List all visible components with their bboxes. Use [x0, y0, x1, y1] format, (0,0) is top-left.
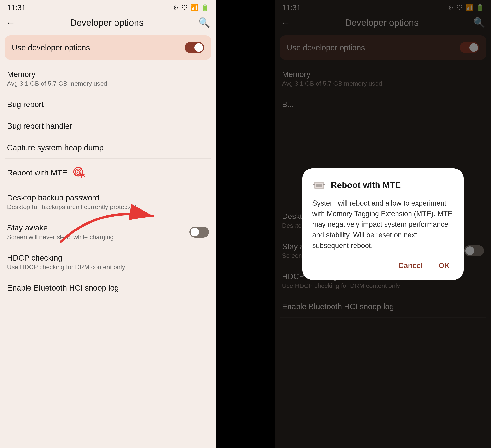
shield-status-icon: 🛡 — [181, 4, 188, 11]
left-bug-report-title: Bug report — [7, 100, 44, 109]
dialog-body: System will reboot and allow to experime… — [312, 198, 454, 251]
left-back-button[interactable]: ← — [4, 15, 17, 30]
left-stay-awake-subtitle: Screen will never sleep while charging — [7, 233, 114, 241]
panel-divider — [216, 0, 275, 448]
left-dev-options-card: Use developer options — [5, 35, 211, 60]
left-bug-report-item[interactable]: Bug report — [5, 94, 211, 115]
left-hdcp-subtitle: Use HDCP checking for DRM content only — [7, 264, 125, 271]
left-mte-title: Reboot with MTE — [7, 168, 67, 177]
left-dev-options-toggle-knob — [194, 43, 203, 52]
left-hdcp-item[interactable]: HDCP checking Use HDCP checking for DRM … — [5, 247, 211, 277]
svg-rect-7 — [316, 184, 322, 187]
left-dev-options-toggle[interactable] — [185, 42, 204, 53]
left-stay-awake-toggle[interactable] — [189, 227, 209, 238]
left-heap-dump-item[interactable]: Capture system heap dump — [5, 137, 211, 159]
left-stay-awake-title: Stay awake — [7, 223, 114, 232]
left-mte-item[interactable]: Reboot with MTE — [5, 159, 211, 187]
svg-point-2 — [77, 171, 79, 173]
dialog-cancel-button[interactable]: Cancel — [394, 259, 427, 272]
left-bluetooth-title: Enable Bluetooth HCI snoop log — [7, 284, 119, 292]
left-memory-item[interactable]: Memory Avg 3.1 GB of 5.7 GB memory used — [5, 64, 211, 94]
left-desktop-backup-title: Desktop backup password — [7, 193, 136, 202]
left-stay-awake-toggle-knob — [190, 228, 199, 236]
left-bug-report-handler-item[interactable]: Bug report handler — [5, 115, 211, 137]
dialog-buttons: Cancel OK — [312, 259, 454, 272]
left-page-title: Developer options — [17, 17, 196, 28]
svg-rect-8 — [313, 184, 315, 185]
left-settings-list: Memory Avg 3.1 GB of 5.7 GB memory used … — [0, 64, 216, 299]
left-search-button[interactable]: 🔍 — [196, 15, 212, 30]
left-status-bar: 11:31 ⚙ 🛡 📶 🔋 — [0, 0, 216, 14]
left-desktop-backup-subtitle: Desktop full backups aren't currently pr… — [7, 203, 136, 211]
mte-dialog-icon — [312, 178, 326, 192]
settings-status-icon: ⚙ — [173, 4, 179, 11]
dialog-overlay: Reboot with MTE System will reboot and a… — [275, 0, 491, 448]
left-memory-title: Memory — [7, 70, 107, 79]
reboot-mte-dialog: Reboot with MTE System will reboot and a… — [302, 168, 463, 280]
left-desktop-backup-item[interactable]: Desktop backup password Desktop full bac… — [5, 187, 211, 217]
left-bluetooth-item[interactable]: Enable Bluetooth HCI snoop log — [5, 277, 211, 299]
wifi-status-icon: 📶 — [190, 4, 198, 11]
dialog-header: Reboot with MTE — [312, 178, 454, 192]
right-phone-panel: 11:31 ⚙ 🛡 📶 🔋 ← Developer options 🔍 Use … — [275, 0, 491, 448]
left-status-time: 11:31 — [7, 4, 26, 12]
left-status-icons: ⚙ 🛡 📶 🔋 — [173, 4, 209, 11]
svg-rect-9 — [323, 184, 325, 185]
dialog-title: Reboot with MTE — [331, 180, 401, 190]
left-phone-panel: 11:31 ⚙ 🛡 📶 🔋 ← Developer options 🔍 Use … — [0, 0, 216, 448]
left-hdcp-title: HDCP checking — [7, 253, 125, 262]
left-heap-dump-title: Capture system heap dump — [7, 143, 104, 152]
click-cursor-icon — [71, 165, 87, 181]
left-memory-subtitle: Avg 3.1 GB of 5.7 GB memory used — [7, 80, 107, 87]
left-dev-options-label: Use developer options — [12, 43, 90, 52]
dialog-ok-button[interactable]: OK — [435, 259, 454, 272]
left-bug-report-handler-title: Bug report handler — [7, 122, 72, 131]
battery-status-icon: 🔋 — [201, 4, 209, 11]
left-top-bar: ← Developer options 🔍 — [0, 14, 216, 33]
left-stay-awake-item[interactable]: Stay awake Screen will never sleep while… — [5, 217, 211, 247]
